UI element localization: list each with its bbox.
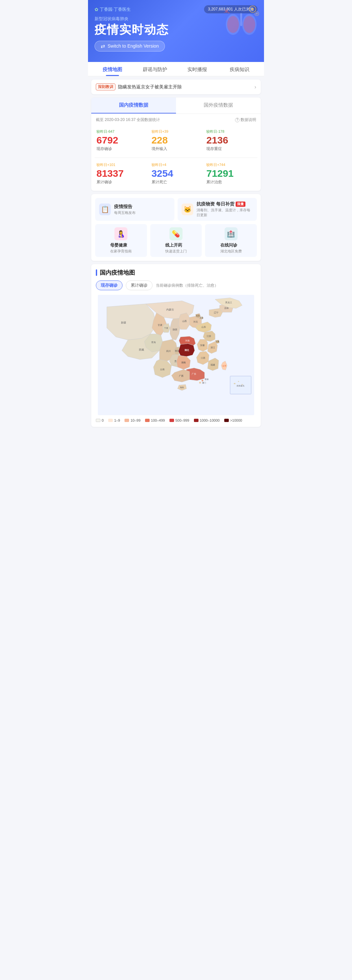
svg-point-8	[256, 13, 258, 15]
lung-decoration	[222, 3, 261, 42]
data-tabs: 国内疫情数据 国外疫情数据	[91, 97, 261, 114]
pharmacy-icon: 💊	[170, 227, 182, 240]
svg-point-18	[238, 381, 239, 382]
logo-area: ✿ 丁香园·丁香医生	[95, 6, 131, 13]
label-gansu: 甘肃	[158, 323, 162, 326]
stat-total-confirmed: 较昨日+101 81337 累计确诊	[95, 160, 147, 188]
supplies-icon: 🐱	[182, 204, 193, 215]
stat-label-4: 累计死亡	[152, 179, 201, 185]
data-meta: 截至 2020-03-20 16:37 全国数据统计 ? 数据说明	[91, 114, 261, 124]
legend-color-0	[96, 419, 100, 422]
legend-label-2: 10–99	[130, 418, 141, 422]
legend-item-4: 500–999	[170, 418, 189, 422]
legend-color-1	[108, 419, 113, 422]
label-hk: 香港	[205, 378, 209, 380]
label-shaanxi: 陕西	[173, 328, 177, 331]
label-hubei: 湖北	[184, 348, 189, 352]
label-macao: 澳门	[202, 382, 206, 384]
stat-value-5: 71291	[206, 168, 255, 179]
label-liaoning: 辽宁	[214, 311, 218, 314]
quick-link-pharmacy[interactable]: 💊 线上开药 快递送货上门	[150, 224, 202, 257]
svg-rect-2	[240, 13, 242, 26]
label-shanxi: 山西	[182, 320, 187, 323]
tab-live-broadcast[interactable]: 实时播报	[176, 62, 218, 76]
indicator-macao	[199, 382, 201, 384]
supplies-desc: 消毒剂、洗手液、温度计，库存每日更新	[197, 208, 253, 218]
label-henan: 河南	[185, 339, 190, 342]
label-shandong: 山东	[201, 326, 206, 328]
legend-item-0: 0	[96, 418, 104, 422]
data-section: 国内疫情数据 国外疫情数据 截至 2020-03-20 16:37 全国数据统计…	[91, 97, 261, 191]
news-ticker[interactable]: 深刻教训 隐瞒发热返京女子被美雇主开除 ›	[91, 80, 261, 94]
report-title: 疫情报告	[114, 204, 136, 210]
maternal-desc: 在家孕育指南	[110, 249, 132, 254]
legend-item-3: 100–499	[145, 418, 165, 422]
legend-item-6: >10000	[224, 418, 242, 422]
tab-rumor-prevention[interactable]: 辟谣与防护	[134, 62, 176, 76]
consult-text: 在线问诊 湖北地区免费	[220, 242, 242, 254]
svg-line-12	[228, 10, 229, 10]
stat-imported: 较昨日+39 228 境外输入	[150, 127, 203, 154]
stat-current-confirmed: 较昨日-647 6792 现存确诊	[95, 127, 147, 154]
stat-value-3: 81337	[97, 168, 146, 179]
legend-label-4: 500–999	[175, 418, 189, 422]
quick-link-consult[interactable]: 🏥 在线问诊 湖北地区免费	[205, 224, 257, 257]
legend-item-5: 1000–10000	[194, 418, 220, 422]
label-hainan: 海南	[180, 386, 184, 388]
maternal-icon: 🤱	[114, 227, 127, 240]
quick-link-report[interactable]: 📋 疫情报告 每周五晚发布	[95, 198, 174, 221]
legend-label-3: 100–499	[151, 418, 165, 422]
pharmacy-title: 线上开药	[165, 242, 187, 248]
label-yunnan: 云南	[160, 368, 165, 371]
tab-overseas-data[interactable]: 国外疫情数据	[176, 97, 261, 113]
stat-label-5: 累计治愈	[206, 179, 255, 185]
consult-title: 在线问诊	[220, 242, 242, 248]
legend-label-6: >10000	[230, 418, 242, 422]
svg-point-4	[243, 16, 255, 33]
tab-domestic-data[interactable]: 国内疫情数据	[91, 97, 176, 113]
label-ningxia: 宁夏	[164, 327, 168, 329]
tab-disease-knowledge[interactable]: 疾病知识	[218, 62, 261, 76]
supplies-text: 抗疫物资 每日补货 限量 消毒剂、洗手液、温度计，库存每日更新	[197, 201, 253, 218]
data-meta-help[interactable]: ? 数据说明	[235, 117, 256, 123]
report-icon: 📋	[99, 204, 111, 215]
report-text: 疫情报告 每周五晚发布	[114, 204, 136, 215]
legend-label-5: 1000–10000	[200, 418, 220, 422]
stat-value-4: 3254	[152, 168, 201, 179]
stat-diff-4: 较昨日+4	[152, 162, 201, 167]
legend-label-1: 1–9	[114, 418, 120, 422]
label-anhui: 安徽	[200, 344, 205, 347]
svg-point-6	[251, 8, 254, 10]
report-desc: 每周五晚发布	[114, 210, 136, 215]
switch-icon: ⇄	[101, 43, 105, 49]
label-jiangxi: 江西	[201, 356, 205, 360]
china-map: 新疆 西藏 内蒙古 甘肃 青海 宁夏 陕西 山西 四川	[96, 295, 256, 415]
tab-epidemic-map[interactable]: 疫情地图	[91, 62, 134, 76]
filter-total-confirmed[interactable]: 累计确诊	[126, 280, 152, 290]
legend-label-0: 0	[102, 418, 104, 422]
legend-color-6	[224, 419, 229, 422]
pharmacy-text: 线上开药 快递送货上门	[165, 242, 187, 254]
label-zhejiang: 浙江	[211, 346, 215, 349]
bottom-spacer	[88, 427, 264, 433]
label-tibet: 西藏	[139, 348, 144, 351]
label-taiwan: 台湾	[222, 364, 226, 367]
legend-color-3	[145, 419, 150, 422]
filter-current-confirmed[interactable]: 现存确诊	[96, 280, 122, 290]
stat-diff-3: 较昨日+101	[97, 162, 146, 167]
quick-links-top-grid: 📋 疫情报告 每周五晚发布 🐱 抗疫物资 每日补货 限量 消毒剂、洗手液、温度计…	[95, 198, 257, 221]
stat-total-recovered: 较昨日+744 71291 累计治愈	[205, 160, 257, 188]
quick-link-maternal[interactable]: 🤱 母婴健康 在家孕育指南	[95, 224, 147, 257]
label-tianjin: 天津	[200, 317, 203, 319]
switch-to-english-button[interactable]: ⇄ Switch to English Version	[95, 41, 165, 51]
pharmacy-desc: 快递送货上门	[165, 249, 187, 254]
stat-value-1: 228	[152, 135, 201, 145]
stat-severe: 较昨日-178 2136 现存重症	[205, 127, 257, 154]
stat-diff-2: 较昨日-178	[206, 129, 255, 134]
stat-value-0: 6792	[97, 135, 146, 145]
data-meta-help-text: 数据说明	[241, 117, 256, 123]
stat-value-2: 2136	[206, 135, 255, 145]
quick-link-supplies[interactable]: 🐱 抗疫物资 每日补货 限量 消毒剂、洗手液、温度计，库存每日更新	[178, 198, 257, 221]
map-filter-desc: 当前确诊病例数（排除死亡、治愈）	[156, 283, 218, 288]
svg-point-9	[225, 10, 228, 13]
